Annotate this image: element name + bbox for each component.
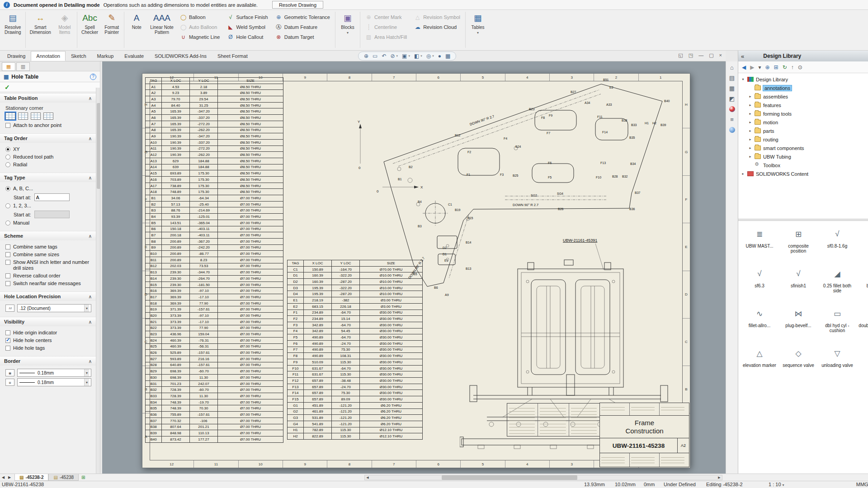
tree-item-routing[interactable]: ▸routing (738, 135, 868, 144)
library-item-fillet-allro[interactable]: ∿fillet-allro... (741, 304, 778, 344)
balloon-b2[interactable]: B2 (409, 165, 413, 169)
hole-callout-button[interactable]: ØHole Callout (225, 33, 270, 42)
balloon-f10[interactable]: F10 (596, 176, 601, 179)
balloon-b37[interactable]: B37 (635, 191, 641, 194)
library-item-sf0-8-1-6g[interactable]: √sf0.8-1.6g (819, 225, 856, 264)
balloon-h2[interactable]: H2 (652, 122, 656, 125)
checkbox-hide-origin-indicator[interactable]: Hide origin indicator (5, 330, 91, 336)
close-window-button[interactable]: × (719, 52, 722, 58)
balloon-b25[interactable]: B25 (513, 174, 519, 177)
library-item-unloading-valve[interactable]: ▽unloading valve (819, 344, 856, 384)
up-level-button[interactable]: ↑ (791, 64, 794, 70)
custom-properties-tab-icon[interactable]: ≡ (727, 115, 736, 123)
balloon-button[interactable]: ◯Balloon (178, 13, 222, 22)
checkbox-combine-same-tags[interactable]: Combine same tags (5, 244, 91, 250)
pin-button[interactable]: ⊙ (798, 64, 802, 70)
design-library-tab-icon[interactable]: ▤ (727, 74, 736, 82)
radio-xy[interactable]: XY (5, 146, 91, 152)
border-thickness-dropdown[interactable]: 0.18mm ▾ (17, 369, 91, 377)
hole-table-1[interactable]: TAGX LOCY LOCSIZEA14.532.18Ø8.50 THRUA29… (145, 77, 283, 443)
blocks-button[interactable]: ▣Blocks▾ (337, 11, 359, 43)
checkbox-combine-same-sizes[interactable]: Combine same sizes (5, 252, 91, 258)
section-header-scheme[interactable]: Scheme ∧ (0, 231, 96, 240)
add-to-library-button[interactable]: ⊕ (765, 64, 770, 70)
section-header-table-position[interactable]: Table Position ∧ (0, 94, 96, 103)
library-item-sf6-3[interactable]: √sf6.3 (741, 264, 778, 304)
linear-note-pattern-button[interactable]: AAALinear Note Pattern (147, 11, 176, 43)
corner-bottom-right-option[interactable] (43, 113, 53, 120)
tree-item-forming-tools[interactable]: ▸forming tools (738, 109, 868, 118)
hide-show-icon[interactable]: ◎ (426, 53, 431, 59)
balloon-b36[interactable]: B36 (629, 207, 635, 211)
checkbox-switch-near-far-side-messages[interactable]: Switch near/far side messages (5, 281, 91, 286)
balloon-f4[interactable]: F4 (504, 137, 507, 140)
balloon-b38[interactable]: B38 (622, 119, 627, 122)
expand-arrow-icon[interactable]: ▸ (748, 129, 752, 133)
section-header-precision[interactable]: Hole Location Precision ∧ (0, 292, 96, 301)
ok-button[interactable]: ✓ (5, 84, 10, 91)
help-icon[interactable]: ? (90, 74, 96, 80)
tree-item-motion[interactable]: ▸motion (738, 118, 868, 127)
balloon-f1[interactable]: F1 (467, 173, 470, 176)
dropdown-arrow-icon[interactable]: ▾ (408, 54, 410, 58)
library-item-composite-position[interactable]: ⊞composite position (780, 225, 817, 264)
checkbox-attach-to-anchor-point[interactable]: Attach to anchor point (5, 122, 91, 128)
section-header-tag-order[interactable]: Tag Order ∧ (0, 134, 96, 143)
file-explorer-tab-icon[interactable]: ▦ (727, 84, 736, 92)
tree-item-parts[interactable]: ▸parts (738, 127, 868, 135)
balloon-c1[interactable]: C1 (448, 203, 452, 206)
balloon-b26[interactable]: B26 (558, 207, 564, 211)
note-button[interactable]: ANote (126, 11, 147, 43)
resolve-drawing-button[interactable]: ▤Resolve Drawing (2, 11, 24, 43)
radio-tag-123[interactable]: 1, 2, 3... (5, 203, 91, 209)
balloon-f14[interactable]: F14 (602, 131, 608, 134)
edit-appearance-icon[interactable]: ● (438, 53, 441, 59)
view-palette-tab-icon[interactable]: ◩ (727, 94, 736, 103)
tab-annotation[interactable]: Annotation (31, 51, 66, 61)
library-item-ubw-mast[interactable]: ≣UBW MAST... (741, 225, 778, 264)
balloon-f9[interactable]: F9 (549, 114, 552, 117)
display-style-icon[interactable]: ◧ (414, 53, 419, 59)
radio-tag-manual[interactable]: Manual (5, 220, 91, 226)
first-sheet-button[interactable]: ◀ (0, 475, 6, 479)
expand-arrow-icon[interactable]: ▾ (741, 77, 745, 81)
revision-cloud-button[interactable]: ☁Revision Cloud (412, 23, 462, 32)
balloon-d1[interactable]: D1 (443, 253, 447, 256)
tree-item-ubw-tubing[interactable]: ▸UBW Tubing (738, 152, 868, 161)
magnetic-line-button[interactable]: ∪Magnetic Line (178, 33, 222, 42)
dropdown-arrow-icon[interactable]: ▾ (420, 54, 422, 58)
home-tab-icon[interactable]: ⌂ (727, 63, 736, 71)
scene-icon[interactable]: ▦ (445, 53, 450, 59)
corner-bottom-left-option[interactable] (31, 113, 41, 120)
balloon-f7[interactable]: F7 (547, 131, 550, 135)
datum-feature-button[interactable]: ⒶDatum Feature (273, 23, 332, 32)
corner-top-right-option[interactable] (18, 113, 28, 120)
balloon-f6[interactable]: F6 (548, 161, 552, 164)
section-header-tag-type[interactable]: Tag Type ∧ (0, 173, 96, 182)
checkbox-hide-hole-centers[interactable]: Hide hole centers (5, 338, 91, 343)
balloon-b4[interactable]: B4 (418, 200, 422, 203)
history-dropdown[interactable]: ▾ (758, 64, 761, 70)
balloon-f5[interactable]: F5 (548, 176, 552, 179)
tree-item-assemblies[interactable]: ▸assemblies (738, 92, 868, 101)
scroll-left-arrow-icon[interactable]: ◀ (365, 476, 370, 479)
tab-sketch[interactable]: Sketch (66, 51, 92, 61)
balloon-a34[interactable]: A34 (585, 101, 590, 104)
tab-markup[interactable]: Markup (92, 51, 119, 61)
tables-button[interactable]: ▦Tables▾ (467, 11, 489, 43)
forum-tab-icon[interactable] (727, 126, 736, 134)
corner-top-left-option[interactable] (5, 113, 15, 120)
dropdown-arrow-icon[interactable]: ▾ (432, 54, 434, 58)
grid-thickness-dropdown[interactable]: 0.18mm ▾ (17, 378, 91, 386)
zoom-fit-icon[interactable]: ⊕ (364, 53, 368, 59)
library-item-dbl-hyd-cyl-cushion[interactable]: ▭dbl hyd cyl - cushion (819, 304, 856, 344)
expand-arrow-icon[interactable]: ▸ (748, 120, 752, 124)
library-item-0-25-fillet-both-side[interactable]: ◢0.25 fillet both side (819, 264, 856, 304)
section-header-border[interactable]: Border ∧ (0, 357, 96, 366)
minimize-window-button[interactable]: — (698, 52, 703, 58)
balloon-f3[interactable]: F3 (500, 173, 504, 176)
radio-reduced-tool-path[interactable]: Reduced tool path (5, 154, 91, 160)
tree-item-design-library[interactable]: ▾Design Library (738, 75, 868, 84)
dock-window-button[interactable]: ◱ (678, 52, 683, 58)
scroll-right-arrow-icon[interactable]: ▶ (717, 476, 722, 479)
